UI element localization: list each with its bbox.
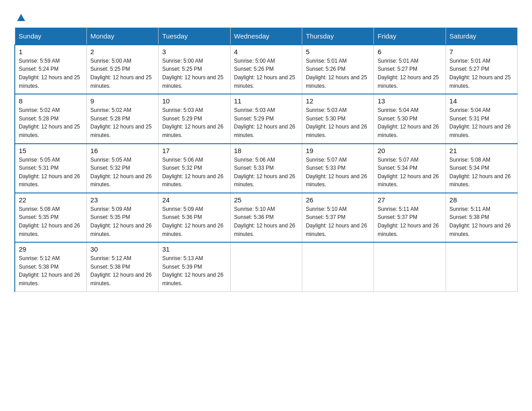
weekday-header-sunday: Sunday [15,27,86,45]
day-number: 6 [378,48,442,56]
day-info: Sunrise: 5:11 AMSunset: 5:37 PMDaylight:… [378,206,439,237]
calendar-cell: 11Sunrise: 5:03 AMSunset: 5:29 PMDayligh… [230,94,302,143]
calendar-cell: 5Sunrise: 5:01 AMSunset: 5:26 PMDaylight… [302,45,373,94]
day-info: Sunrise: 5:09 AMSunset: 5:36 PMDaylight:… [162,206,223,237]
calendar-cell: 29Sunrise: 5:12 AMSunset: 5:38 PMDayligh… [15,242,86,291]
day-info: Sunrise: 5:05 AMSunset: 5:32 PMDaylight:… [90,157,152,188]
day-number: 10 [162,97,226,105]
calendar-cell [374,242,446,291]
day-info: Sunrise: 5:07 AMSunset: 5:34 PMDaylight:… [378,157,439,188]
logo [14,11,26,23]
day-number: 23 [90,196,154,204]
week-row-1: 1Sunrise: 5:59 AMSunset: 5:24 PMDaylight… [15,45,518,94]
calendar-cell: 23Sunrise: 5:09 AMSunset: 5:35 PMDayligh… [86,193,158,242]
calendar-cell: 9Sunrise: 5:02 AMSunset: 5:28 PMDaylight… [86,94,158,143]
calendar-cell: 16Sunrise: 5:05 AMSunset: 5:32 PMDayligh… [86,144,158,193]
day-number: 17 [162,147,226,154]
day-info: Sunrise: 5:03 AMSunset: 5:30 PMDaylight:… [306,107,367,138]
day-number: 26 [306,196,370,204]
calendar-cell: 10Sunrise: 5:03 AMSunset: 5:29 PMDayligh… [159,94,230,143]
day-number: 4 [234,48,298,56]
day-number: 25 [234,196,298,204]
calendar-cell: 14Sunrise: 5:04 AMSunset: 5:31 PMDayligh… [446,94,517,143]
day-info: Sunrise: 5:00 AMSunset: 5:25 PMDaylight:… [90,58,152,89]
calendar-cell: 25Sunrise: 5:10 AMSunset: 5:36 PMDayligh… [230,193,302,242]
day-info: Sunrise: 5:12 AMSunset: 5:38 PMDaylight:… [19,255,80,287]
week-row-2: 8Sunrise: 5:02 AMSunset: 5:28 PMDaylight… [15,94,518,143]
calendar-cell: 31Sunrise: 5:13 AMSunset: 5:39 PMDayligh… [159,242,230,291]
day-info: Sunrise: 5:10 AMSunset: 5:36 PMDaylight:… [234,206,296,237]
calendar-cell [230,242,302,291]
day-number: 30 [90,245,154,253]
day-info: Sunrise: 5:09 AMSunset: 5:35 PMDaylight:… [90,206,152,237]
page-header [14,11,518,23]
calendar-cell: 24Sunrise: 5:09 AMSunset: 5:36 PMDayligh… [159,193,230,242]
calendar-table: SundayMondayTuesdayWednesdayThursdayFrid… [14,27,518,292]
calendar-cell: 17Sunrise: 5:06 AMSunset: 5:32 PMDayligh… [159,144,230,193]
day-info: Sunrise: 5:03 AMSunset: 5:29 PMDaylight:… [162,107,223,138]
calendar-cell [446,242,517,291]
calendar-cell: 4Sunrise: 5:00 AMSunset: 5:26 PMDaylight… [230,45,302,94]
calendar-cell: 8Sunrise: 5:02 AMSunset: 5:28 PMDaylight… [15,94,86,143]
calendar-cell: 28Sunrise: 5:11 AMSunset: 5:38 PMDayligh… [446,193,517,242]
day-info: Sunrise: 5:12 AMSunset: 5:38 PMDaylight:… [90,255,152,287]
weekday-header-wednesday: Wednesday [230,27,302,45]
day-number: 11 [234,97,298,105]
calendar-cell: 15Sunrise: 5:05 AMSunset: 5:31 PMDayligh… [15,144,86,193]
calendar-cell: 19Sunrise: 5:07 AMSunset: 5:33 PMDayligh… [302,144,373,193]
calendar-cell [302,242,373,291]
calendar-cell: 18Sunrise: 5:06 AMSunset: 5:33 PMDayligh… [230,144,302,193]
day-info: Sunrise: 5:01 AMSunset: 5:27 PMDaylight:… [378,58,439,89]
weekday-header-tuesday: Tuesday [159,27,230,45]
calendar-cell: 7Sunrise: 5:01 AMSunset: 5:27 PMDaylight… [446,45,517,94]
day-info: Sunrise: 5:07 AMSunset: 5:33 PMDaylight:… [306,157,367,188]
day-info: Sunrise: 5:00 AMSunset: 5:26 PMDaylight:… [234,58,296,89]
day-number: 15 [19,147,83,154]
day-info: Sunrise: 5:02 AMSunset: 5:28 PMDaylight:… [90,107,152,138]
calendar-cell: 3Sunrise: 5:00 AMSunset: 5:25 PMDaylight… [159,45,230,94]
day-number: 3 [162,48,226,56]
day-number: 29 [19,245,83,253]
calendar-cell: 6Sunrise: 5:01 AMSunset: 5:27 PMDaylight… [374,45,446,94]
day-info: Sunrise: 5:06 AMSunset: 5:33 PMDaylight:… [234,157,296,188]
calendar-cell: 1Sunrise: 5:59 AMSunset: 5:24 PMDaylight… [15,45,86,94]
calendar-cell: 26Sunrise: 5:10 AMSunset: 5:37 PMDayligh… [302,193,373,242]
day-number: 12 [306,97,370,105]
day-number: 20 [378,147,442,154]
weekday-header-friday: Friday [374,27,446,45]
calendar-cell: 13Sunrise: 5:04 AMSunset: 5:30 PMDayligh… [374,94,446,143]
day-number: 5 [306,48,370,56]
week-row-5: 29Sunrise: 5:12 AMSunset: 5:38 PMDayligh… [15,242,518,291]
day-number: 19 [306,147,370,154]
day-info: Sunrise: 5:01 AMSunset: 5:26 PMDaylight:… [306,58,367,89]
calendar-cell: 30Sunrise: 5:12 AMSunset: 5:38 PMDayligh… [86,242,158,291]
day-number: 27 [378,196,442,204]
logo-icon [16,13,26,23]
day-info: Sunrise: 5:04 AMSunset: 5:30 PMDaylight:… [378,107,439,138]
day-number: 18 [234,147,298,154]
day-info: Sunrise: 5:10 AMSunset: 5:37 PMDaylight:… [306,206,367,237]
day-number: 1 [19,48,83,56]
day-info: Sunrise: 5:01 AMSunset: 5:27 PMDaylight:… [450,58,511,89]
day-info: Sunrise: 5:11 AMSunset: 5:38 PMDaylight:… [450,206,511,237]
calendar-cell: 27Sunrise: 5:11 AMSunset: 5:37 PMDayligh… [374,193,446,242]
day-number: 16 [90,147,154,154]
day-number: 7 [450,48,514,56]
weekday-header-monday: Monday [86,27,158,45]
calendar-cell: 20Sunrise: 5:07 AMSunset: 5:34 PMDayligh… [374,144,446,193]
day-info: Sunrise: 5:13 AMSunset: 5:39 PMDaylight:… [162,255,223,287]
day-number: 24 [162,196,226,204]
weekday-header-saturday: Saturday [446,27,517,45]
day-number: 9 [90,97,154,105]
day-info: Sunrise: 5:05 AMSunset: 5:31 PMDaylight:… [19,157,80,188]
day-number: 13 [378,97,442,105]
weekday-header-thursday: Thursday [302,27,373,45]
day-number: 2 [90,48,154,56]
day-info: Sunrise: 5:03 AMSunset: 5:29 PMDaylight:… [234,107,296,138]
day-info: Sunrise: 5:06 AMSunset: 5:32 PMDaylight:… [162,157,223,188]
week-row-4: 22Sunrise: 5:08 AMSunset: 5:35 PMDayligh… [15,193,518,242]
day-number: 31 [162,245,226,253]
calendar-cell: 21Sunrise: 5:08 AMSunset: 5:34 PMDayligh… [446,144,517,193]
day-number: 14 [450,97,514,105]
day-number: 21 [450,147,514,154]
